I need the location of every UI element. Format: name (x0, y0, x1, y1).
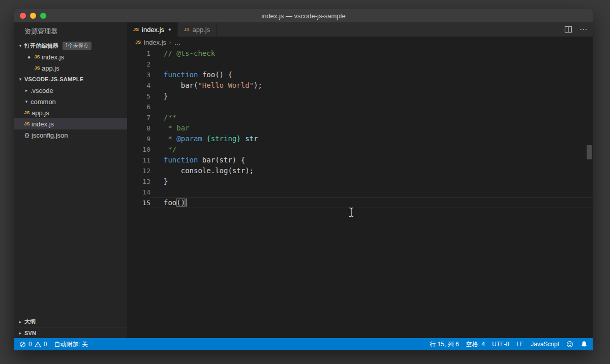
open-editor-label: app.js (42, 64, 59, 72)
tab-app-js[interactable]: JS app.js (178, 22, 217, 37)
line-number: 2 (127, 59, 150, 70)
outline-section-header[interactable]: ▸ 大纲 (14, 316, 127, 327)
cursor-position-status[interactable]: 行 15, 列 6 (430, 340, 459, 349)
code-line-13[interactable]: 13} (127, 176, 593, 187)
status-bar: 0 0 自动附加: 关 行 15, 列 6 空格: 4 UTF-8 LF Jav… (14, 338, 593, 350)
split-editor-icon (564, 25, 572, 34)
breadcrumb-more[interactable]: … (174, 39, 181, 46)
line-content: */ (150, 144, 593, 155)
line-content (150, 59, 593, 70)
code-line-15[interactable]: 15foo() (127, 197, 593, 208)
svn-section-header[interactable]: ▸ SVN (14, 327, 127, 338)
line-content: } (150, 176, 593, 187)
code-token: * bar (164, 124, 190, 132)
line-content: function bar(str) { (150, 155, 593, 166)
open-editors-section-header[interactable]: ▾ 打开的编辑器 1个未保存 (14, 40, 127, 51)
code-line-3[interactable]: 3function foo() { (127, 70, 593, 80)
smiley-icon (566, 341, 573, 348)
chevron-right-icon: ▸ (16, 319, 24, 324)
title-bar: index.js — vscode-js-sample (14, 9, 593, 22)
workspace-root-label: VSCODE-JS-SAMPLE (24, 76, 83, 82)
code-editor[interactable]: 1// @ts-check23function foo() {4 bar("He… (127, 48, 593, 338)
tree-item-vscode-folder[interactable]: ▸ .vscode (14, 85, 127, 96)
code-line-5[interactable]: 5} (127, 91, 593, 102)
code-token: function (164, 71, 198, 79)
line-number: 4 (127, 80, 150, 91)
breadcrumb-file[interactable]: index.js (144, 39, 166, 46)
code-line-7[interactable]: 7/** (127, 112, 593, 123)
code-line-8[interactable]: 8 * bar (127, 123, 593, 134)
auto-attach-status[interactable]: 自动附加: 关 (54, 340, 88, 349)
workspace-root-header[interactable]: ▾ VSCODE-JS-SAMPLE (14, 74, 127, 85)
js-file-icon: JS (184, 27, 190, 32)
breadcrumb-separator-icon: › (169, 39, 171, 45)
line-content: * bar (150, 123, 593, 134)
code-line-4[interactable]: 4 bar("Hello World"); (127, 80, 593, 91)
indentation-status[interactable]: 空格: 4 (466, 340, 485, 349)
text-caret (186, 198, 187, 207)
code-line-10[interactable]: 10 */ (127, 144, 593, 155)
line-number: 6 (127, 102, 150, 112)
code-token: */ (164, 145, 176, 153)
code-line-14[interactable]: 14 (127, 187, 593, 197)
close-button[interactable] (20, 13, 26, 19)
minimize-button[interactable] (30, 13, 36, 19)
chevron-right-icon: ▸ (16, 330, 24, 336)
code-line-1[interactable]: 1// @ts-check (127, 48, 593, 59)
encoding-status[interactable]: UTF-8 (492, 341, 509, 348)
tree-item-common-folder[interactable]: ▾ common (14, 96, 127, 107)
code-line-6[interactable]: 6 (127, 102, 593, 112)
code-token: ); (254, 81, 262, 89)
bracket-match-token: () (176, 198, 185, 207)
code-line-2[interactable]: 2 (127, 59, 593, 70)
code-token: @param (176, 135, 202, 143)
tab-index-js[interactable]: JS index.js ● (127, 22, 178, 37)
breadcrumb: JS index.js › … (127, 37, 593, 48)
line-number: 3 (127, 70, 150, 80)
feedback-smiley-button[interactable] (566, 341, 573, 348)
code-token: {string} (206, 135, 240, 143)
open-editor-label: index.js (42, 53, 64, 61)
unsaved-count-badge: 1个未保存 (63, 42, 92, 50)
line-number: 10 (127, 144, 150, 155)
sidebar-spacer (14, 141, 127, 316)
more-actions-button[interactable]: ⋯ (580, 25, 588, 34)
open-editor-item-app-js[interactable]: JS app.js (14, 62, 127, 74)
line-number: 14 (127, 187, 150, 197)
code-line-9[interactable]: 9 * @param {string} str (127, 134, 593, 144)
line-number: 7 (127, 112, 150, 123)
code-line-12[interactable]: 12 console.log(str); (127, 166, 593, 176)
js-file-icon: JS (133, 27, 139, 32)
js-file-icon: JS (33, 65, 42, 71)
notifications-bell-button[interactable] (581, 341, 588, 348)
eol-status[interactable]: LF (516, 341, 524, 348)
tree-item-app-js[interactable]: JS app.js (14, 107, 127, 118)
chevron-down-icon: ▾ (16, 43, 24, 48)
line-content (150, 187, 593, 197)
code-line-11[interactable]: 11function bar(str) { (127, 155, 593, 166)
tree-item-index-js[interactable]: JS index.js (14, 118, 127, 129)
code-token: str (241, 135, 258, 143)
split-editor-button[interactable] (564, 25, 572, 34)
language-mode-status[interactable]: JavaScript (531, 341, 559, 348)
dirty-indicator-icon[interactable]: ● (168, 27, 171, 32)
line-content: /** (150, 112, 593, 123)
code-token: } (164, 177, 168, 185)
chevron-down-icon: ▾ (22, 99, 30, 104)
zoom-button[interactable] (40, 13, 46, 19)
js-file-icon: JS (135, 40, 141, 45)
vertical-scrollbar-thumb[interactable] (587, 145, 592, 159)
traffic-lights (14, 13, 46, 19)
tree-item-jsconfig-json[interactable]: {} jsconfig.json (14, 129, 127, 141)
sidebar-title: 资源管理器 (14, 22, 127, 40)
problems-indicator[interactable]: 0 0 (19, 341, 47, 348)
editor-group: JS index.js ● JS app.js ⋯ (127, 22, 593, 338)
file-label: app.js (32, 109, 49, 117)
line-number: 5 (127, 91, 150, 102)
line-number: 1 (127, 48, 150, 59)
code-token: "Hello World" (198, 81, 254, 89)
open-editor-item-index-js[interactable]: ● JS index.js (14, 51, 127, 62)
line-number: 11 (127, 155, 150, 166)
line-number: 12 (127, 166, 150, 176)
line-content: } (150, 91, 593, 102)
